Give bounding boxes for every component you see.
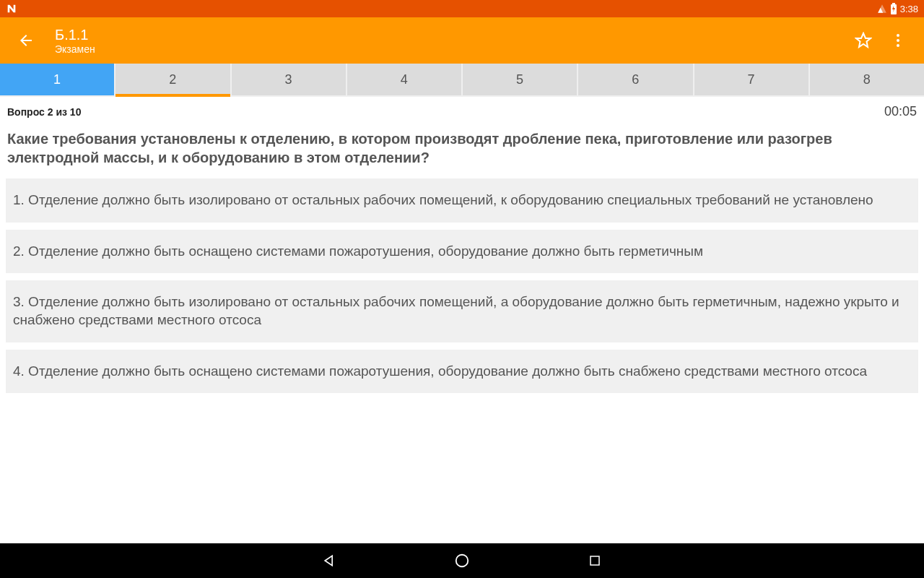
tab-3[interactable]: 3 (232, 64, 346, 95)
answer-option-2[interactable]: 2. Отделение должно быть оснащено систем… (6, 230, 918, 274)
svg-rect-1 (892, 3, 895, 4)
battery-charging-icon (890, 3, 897, 14)
question-text: Какие требования установлены к отделению… (0, 124, 924, 178)
square-recent-icon (588, 554, 601, 567)
answer-option-1[interactable]: 1. Отделение должно быть изолировано от … (6, 178, 918, 223)
star-outline-icon (855, 32, 872, 49)
tab-6[interactable]: 6 (578, 64, 692, 95)
tab-label: 3 (285, 72, 292, 87)
nav-recent-button[interactable] (586, 552, 603, 569)
tab-label: 5 (516, 72, 523, 87)
question-counter: Вопрос 2 из 10 (7, 106, 81, 118)
tab-label: 1 (53, 72, 61, 87)
tab-2[interactable]: 2 (116, 64, 230, 95)
circle-home-icon (454, 553, 470, 569)
svg-point-3 (897, 39, 899, 42)
question-meta: Вопрос 2 из 10 00:05 (0, 97, 924, 124)
app-bar: Б.1.1 Экзамен (0, 17, 924, 64)
answer-list: 1. Отделение должно быть изолировано от … (0, 178, 924, 393)
tab-7[interactable]: 7 (694, 64, 808, 95)
appbar-subtitle: Экзамен (55, 43, 855, 56)
n-logo-icon (6, 3, 17, 14)
favorite-button[interactable] (855, 32, 872, 49)
answer-option-3[interactable]: 3. Отделение должно быть изолировано от … (6, 280, 918, 342)
system-nav-bar (0, 543, 924, 578)
svg-point-4 (897, 44, 899, 47)
status-clock: 3:38 (900, 4, 918, 14)
nav-back-button[interactable] (321, 552, 338, 569)
arrow-back-icon (17, 32, 35, 49)
back-button[interactable] (12, 32, 40, 49)
tab-label: 7 (748, 72, 755, 87)
tab-1[interactable]: 1 (0, 64, 114, 95)
appbar-title: Б.1.1 (55, 26, 855, 43)
answer-option-4[interactable]: 4. Отделение должно быть оснащено систем… (6, 350, 918, 394)
svg-rect-6 (590, 556, 599, 565)
tab-label: 6 (632, 72, 639, 87)
more-button[interactable] (889, 32, 907, 49)
appbar-titles: Б.1.1 Экзамен (40, 26, 855, 56)
tab-label: 4 (401, 72, 408, 87)
tab-label: 8 (863, 72, 871, 87)
signal-icon (877, 4, 887, 14)
tab-4[interactable]: 4 (347, 64, 461, 95)
more-vert-icon (889, 32, 907, 49)
triangle-back-icon (322, 553, 336, 568)
exam-timer: 00:05 (884, 104, 917, 119)
svg-point-2 (897, 34, 899, 37)
tab-5[interactable]: 5 (463, 64, 577, 95)
svg-point-5 (456, 555, 468, 567)
nav-home-button[interactable] (453, 552, 471, 569)
tab-8[interactable]: 8 (810, 64, 924, 95)
tab-label: 2 (169, 72, 176, 87)
status-bar: 3:38 (0, 0, 924, 17)
question-tabs: 1 2 3 4 5 6 7 8 (0, 64, 924, 97)
